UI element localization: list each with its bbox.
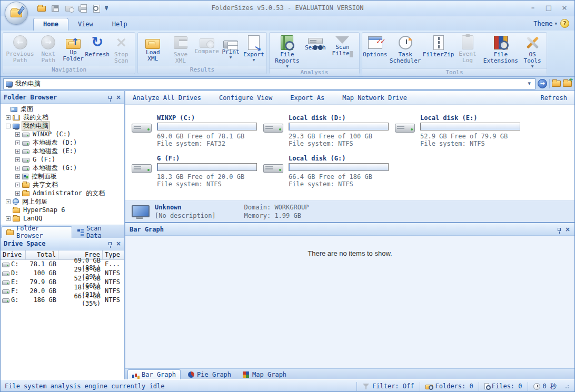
- previous-path-button[interactable]: ← Previous Path: [4, 33, 36, 66]
- refresh-view-button[interactable]: Refresh: [540, 94, 567, 102]
- help-icon[interactable]: ?: [560, 19, 569, 28]
- tree-item-lanqq[interactable]: + LanQQ: [1, 214, 124, 223]
- options-button[interactable]: Options: [363, 33, 386, 68]
- expander-icon[interactable]: +: [15, 191, 20, 196]
- expander-icon[interactable]: +: [15, 174, 20, 179]
- expander-icon[interactable]: +: [15, 166, 20, 170]
- filterzip-button[interactable]: FilterZip: [424, 33, 453, 68]
- column-header-drive[interactable]: Drive: [1, 250, 26, 259]
- status-files[interactable]: Files: 0: [479, 382, 528, 391]
- resize-grip[interactable]: [565, 384, 570, 389]
- drive-tile-e[interactable]: Local disk (E:) 52.9 GB Free of 79.9 GB …: [395, 114, 574, 155]
- export-button[interactable]: Export ▼: [242, 33, 265, 66]
- tree-item-my-computer[interactable]: - 我的电脑: [1, 122, 124, 130]
- drive-tile-f[interactable]: G (F:) 18.3 GB Free of 20.0 GB File syst…: [132, 155, 263, 195]
- stop-scan-button[interactable]: × Stop Scan: [109, 33, 134, 66]
- file-extensions-button[interactable]: File Extensions: [482, 33, 520, 68]
- new-folder-button[interactable]: [563, 81, 572, 87]
- drive-tile-g[interactable]: Local disk (G:) 66.4 GB Free of 186 GB F…: [263, 155, 395, 195]
- tree-item-desktop[interactable]: 桌面: [1, 105, 124, 113]
- tab-map-graph[interactable]: Map Graph: [239, 369, 291, 379]
- button-label: Up Folder: [62, 49, 84, 62]
- tab-bar-graph[interactable]: Bar Graph: [127, 369, 181, 379]
- tree-item-my-documents[interactable]: + 我的文档: [1, 113, 124, 122]
- server-binoculars-icon: [308, 38, 323, 44]
- expander-icon[interactable]: -: [6, 124, 11, 128]
- tab-pie-graph[interactable]: Pie Graph: [184, 369, 235, 379]
- pin-icon[interactable]: [108, 96, 112, 99]
- tree-item-control-panel[interactable]: + 控制面板: [1, 172, 124, 180]
- column-header-type[interactable]: Type: [103, 250, 124, 259]
- close-button[interactable]: ×: [560, 4, 569, 12]
- tab-help[interactable]: Help: [103, 18, 137, 31]
- expander-icon[interactable]: +: [15, 157, 20, 162]
- expander-icon[interactable]: +: [6, 216, 11, 221]
- pin-icon[interactable]: [558, 228, 561, 231]
- computer-summary-row[interactable]: Unknown [No description] Domain: WORKGRO…: [125, 200, 574, 223]
- cell-type: NTFS: [103, 278, 124, 286]
- expander-icon[interactable]: +: [15, 140, 20, 145]
- os-tools-button[interactable]: OS Tools ▼: [519, 33, 546, 68]
- tree-item-drive-d[interactable]: + 本地磁盘 (D:): [1, 138, 124, 147]
- bar-graph-header: Bar Graph ×: [125, 223, 574, 236]
- table-row-drive-g[interactable]: G: 186 GB 66.4 GB (35%) NTFS: [1, 296, 124, 305]
- tree-item-shared-documents[interactable]: + 共享文档: [1, 180, 124, 189]
- expander-icon[interactable]: +: [15, 149, 20, 154]
- left-panel-tabs: Folder Browser Scan Data: [1, 225, 124, 238]
- tree-item-network-places[interactable]: + 网上邻居: [1, 197, 124, 206]
- browse-folder-button[interactable]: [552, 81, 561, 87]
- address-input[interactable]: 我的电脑 ▼: [3, 78, 536, 89]
- search-button[interactable]: Search: [304, 33, 327, 68]
- expander-icon[interactable]: +: [6, 199, 11, 204]
- theme-dropdown[interactable]: Theme: [533, 20, 557, 27]
- expander-icon[interactable]: +: [6, 115, 11, 120]
- pin-icon[interactable]: [108, 242, 112, 245]
- close-panel-icon[interactable]: ×: [116, 240, 121, 247]
- map-squares-icon: [243, 371, 250, 378]
- tree-item-hypersnap[interactable]: HyperSnap 6: [1, 206, 124, 214]
- scan-filter-button[interactable]: Scan Filter: [327, 33, 358, 68]
- print-button[interactable]: Print ▼: [219, 33, 242, 66]
- up-folder-button[interactable]: Up Folder: [61, 33, 85, 66]
- file-reports-button[interactable]: File Reports ▼: [271, 33, 304, 68]
- minimize-button[interactable]: –: [528, 4, 538, 12]
- tab-view[interactable]: View: [68, 18, 103, 31]
- tree-item-drive-c[interactable]: + WINXP (C:): [1, 130, 124, 138]
- tree-item-drive-e[interactable]: + 本地磁盘 (E:): [1, 147, 124, 155]
- map-network-drive-button[interactable]: Map Network Drive: [342, 94, 407, 102]
- drive-tile-d[interactable]: Local disk (D:) 29.3 GB Free of 100 GB F…: [263, 114, 395, 155]
- tree-item-drive-f[interactable]: + G (F:): [1, 155, 124, 164]
- next-path-button[interactable]: → Next Path: [36, 33, 61, 66]
- status-elapsed-time[interactable]: 0 秒: [528, 382, 562, 391]
- export-as-button[interactable]: Export As: [290, 94, 324, 102]
- analyze-all-drives-button[interactable]: Analyze All Drives: [133, 94, 201, 102]
- go-button[interactable]: →: [538, 79, 547, 88]
- configure-view-button[interactable]: Configure View: [219, 94, 272, 102]
- application-menu-button[interactable]: [5, 2, 28, 25]
- tree-item-administrator-documents[interactable]: + Administrator 的文档: [1, 189, 124, 197]
- column-header-total[interactable]: Total: [26, 250, 58, 259]
- event-log-button[interactable]: Event Log: [453, 33, 482, 68]
- tab-home[interactable]: Home: [33, 18, 68, 31]
- refresh-button[interactable]: ↻ Refresh: [86, 33, 109, 66]
- maximize-button[interactable]: □: [544, 4, 553, 12]
- my-computer-icon: [13, 124, 19, 129]
- drive-free-text: 18.3 GB Free of 20.0 GB: [157, 173, 257, 180]
- compare-button[interactable]: Compare: [194, 33, 219, 66]
- address-dropdown-icon[interactable]: ▼: [526, 82, 533, 86]
- tree-item-drive-g[interactable]: + 本地磁盘 (G:): [1, 164, 124, 172]
- status-filter[interactable]: Filter: Off: [356, 382, 419, 391]
- close-panel-icon[interactable]: ×: [116, 94, 121, 100]
- drive-tile-c[interactable]: WINXP (C:) 69.0 GB Free of 78.1 GB File …: [132, 114, 263, 155]
- tab-scan-data[interactable]: Scan Data: [73, 226, 123, 238]
- dropdown-arrow-icon: ▼: [253, 58, 255, 62]
- save-xml-button[interactable]: Save XML: [167, 33, 195, 66]
- load-xml-button[interactable]: Load XML: [139, 33, 167, 66]
- expander-icon[interactable]: +: [15, 183, 20, 187]
- status-folders[interactable]: Folders: 0: [420, 382, 479, 391]
- tab-folder-browser[interactable]: Folder Browser: [2, 226, 72, 238]
- button-label: Event Log: [454, 51, 480, 64]
- close-panel-icon[interactable]: ×: [565, 226, 570, 233]
- expander-icon[interactable]: +: [15, 132, 20, 137]
- task-scheduler-button[interactable]: Task Scheduler: [386, 33, 424, 68]
